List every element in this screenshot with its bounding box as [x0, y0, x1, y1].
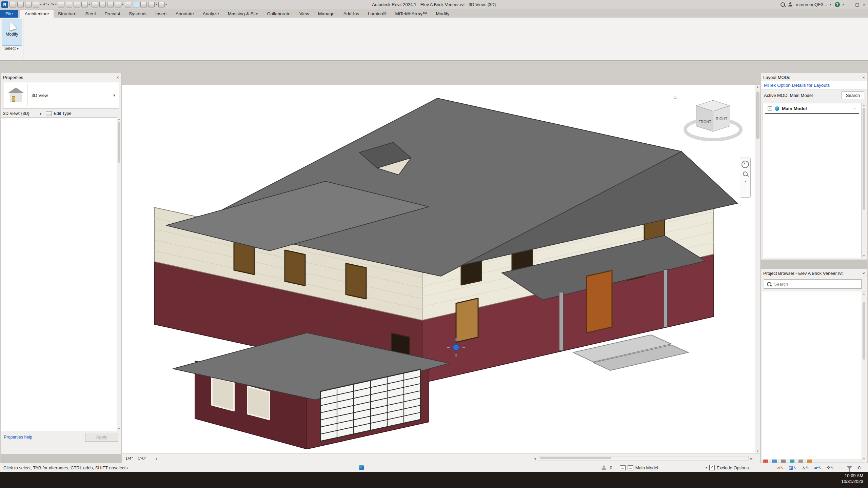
undo-icon[interactable]: ↶ [43, 2, 47, 7]
edit-type-icon[interactable] [46, 111, 52, 116]
scroll-right-icon[interactable]: ► [750, 456, 753, 461]
properties-scrollbar[interactable]: ▲ ▼ [117, 117, 121, 431]
ribbon-tab-annotate[interactable]: Annotate [171, 10, 198, 18]
ribbon-tab-systems[interactable]: Systems [124, 10, 151, 18]
ribbon-tab-massing-site[interactable]: Massing & Site [223, 10, 263, 18]
detail-line-icon[interactable] [92, 2, 98, 7]
pin-icon[interactable] [74, 2, 80, 7]
user-menu-caret-icon[interactable]: ▾ [830, 3, 831, 6]
scroll-thumb[interactable] [118, 122, 120, 163]
filter-icon[interactable] [847, 466, 852, 469]
open-icon[interactable] [17, 2, 24, 7]
select-by-face-icon[interactable]: ▰↖ [814, 465, 822, 470]
revit-app-button[interactable]: R [1, 1, 8, 8]
ribbon-tab-view[interactable]: View [295, 10, 314, 18]
export-pdf-icon[interactable] [66, 2, 72, 7]
switch-windows-caret-icon[interactable]: ▾ [155, 3, 157, 6]
instance-caret-icon[interactable]: ▼ [39, 112, 42, 116]
close-button[interactable]: × [863, 2, 865, 7]
ribbon-tab-structure[interactable]: Structure [54, 10, 81, 18]
drag-elements-icon[interactable]: ✛↖ [826, 465, 834, 470]
view-scale-button[interactable]: 1/4" = 1'-0" [125, 456, 146, 461]
scroll-thumb[interactable] [863, 302, 865, 360]
ribbon-tab-add-ins[interactable]: Add-Ins [339, 10, 364, 18]
ribbon-tab-mitek-array[interactable]: MiTek® Array™ [391, 10, 431, 18]
sync-with-central-caret-icon[interactable]: ▾ [40, 3, 42, 6]
scroll-up-icon[interactable]: ▲ [862, 104, 866, 107]
scroll-down-icon[interactable]: ▼ [862, 458, 866, 461]
design-options-icon[interactable] [628, 465, 633, 470]
select-dropdown[interactable]: Select ▾ [0, 45, 23, 52]
ribbon-tab-collaborate[interactable]: Collaborate [263, 10, 295, 18]
more-options-icon[interactable]: ⋯ [852, 106, 857, 111]
ribbon-tab-modify[interactable]: Modify [431, 10, 454, 18]
collapse-icon[interactable]: ‹ [156, 455, 157, 461]
canvas-vertical-scrollbar[interactable]: ▲ ▼ [755, 85, 760, 453]
scroll-up-icon[interactable]: ▲ [862, 292, 866, 295]
sync-with-central-icon[interactable] [33, 2, 39, 7]
project-browser-close-icon[interactable]: × [862, 271, 865, 276]
apply-button[interactable]: Apply [85, 433, 118, 442]
signed-in-user[interactable]: mmorenoQE3... [796, 2, 827, 7]
ribbon-tab-precast[interactable]: Precast [100, 10, 124, 18]
measure-icon[interactable] [81, 2, 88, 7]
default-3d-view-caret-icon[interactable]: ▾ [122, 3, 124, 6]
zoom-icon[interactable] [743, 171, 748, 176]
collapse-icon[interactable]: − [768, 106, 772, 111]
properties-close-icon[interactable]: × [116, 75, 119, 80]
project-browser-search[interactable]: Search [764, 279, 862, 289]
customize-quick-access-caret-icon[interactable]: ▾ [165, 3, 167, 6]
worksets-icon[interactable] [620, 465, 626, 470]
customize-quick-access-icon[interactable] [158, 2, 165, 7]
properties-help-link[interactable]: Properties help [4, 435, 32, 440]
exclude-options-checkbox[interactable]: ✓ [709, 465, 715, 470]
scroll-up-icon[interactable]: ▲ [755, 85, 760, 88]
redo-icon[interactable]: ↷ [51, 2, 55, 7]
select-links-icon[interactable]: ∞↖ [776, 465, 784, 470]
main-model-row[interactable]: − Main Model ⋯ [765, 103, 859, 114]
view-cube[interactable]: ⌂ FRONT RIGHT [681, 92, 745, 152]
steering-wheel-icon[interactable] [742, 161, 749, 168]
viewcube-right-label[interactable]: RIGHT [716, 117, 728, 121]
layout-mods-scrollbar[interactable]: ▲ ▼ [862, 103, 866, 258]
viewcube-home-icon[interactable]: ⌂ [673, 94, 677, 100]
scroll-down-icon[interactable]: ▼ [755, 450, 760, 453]
project-browser-scrollbar[interactable]: ▲ ▼ [862, 291, 866, 461]
active-workset[interactable]: Main Model [635, 465, 658, 470]
scroll-left-icon[interactable]: ◄ [533, 456, 537, 461]
taskbar-clock[interactable]: 10:09 AM 10/31/2023 [841, 472, 868, 488]
save-icon[interactable] [25, 2, 32, 7]
canvas-horizontal-scrollbar[interactable]: ◄ ► [533, 456, 753, 461]
search-button[interactable]: Search [842, 92, 864, 99]
layout-mods-close-icon[interactable]: × [862, 75, 865, 80]
navbar-caret-icon[interactable]: ▾ [745, 180, 746, 183]
section-icon[interactable] [125, 2, 131, 7]
scroll-thumb[interactable] [863, 108, 865, 210]
select-underlay-icon[interactable]: ◪↖ [789, 465, 797, 470]
ribbon-tab-analyze[interactable]: Analyze [198, 10, 223, 18]
drawing-area[interactable]: ⌂ FRONT RIGHT ▾ ▲ ▼ [122, 85, 760, 453]
mitek-option-details-link[interactable]: MiTek Option Details for Layouts [761, 81, 867, 89]
ribbon-tab-file[interactable]: File [0, 10, 18, 18]
file-panel-icon[interactable] [9, 2, 16, 7]
measure-caret-icon[interactable]: ▾ [88, 3, 90, 6]
tag-icon[interactable] [99, 2, 106, 7]
undo-caret-icon[interactable]: ▾ [47, 3, 49, 6]
editing-requests-icon[interactable] [602, 466, 606, 470]
minimize-button[interactable]: — [847, 2, 852, 7]
select-pinned-icon[interactable]: ⊼↖ [802, 465, 809, 470]
worksharing-icon[interactable] [359, 465, 364, 470]
edit-type-button[interactable]: Edit Type [54, 111, 72, 116]
redo-caret-icon[interactable]: ▾ [55, 3, 57, 6]
maximize-button[interactable]: ▢ [855, 2, 859, 7]
print-icon[interactable] [58, 2, 64, 7]
ribbon-tab-architecture[interactable]: Architecture [20, 10, 54, 18]
ribbon-tab-lumion[interactable]: Lumion® [363, 10, 391, 18]
type-selector[interactable]: 3D View ▼ [3, 82, 119, 108]
house-3d-model[interactable] [122, 85, 760, 453]
scroll-thumb[interactable] [540, 457, 611, 459]
scroll-down-icon[interactable]: ▼ [117, 427, 121, 430]
help-icon[interactable]: ? [835, 2, 840, 7]
close-hidden-windows-icon[interactable] [140, 2, 147, 7]
search-icon[interactable] [781, 2, 785, 7]
